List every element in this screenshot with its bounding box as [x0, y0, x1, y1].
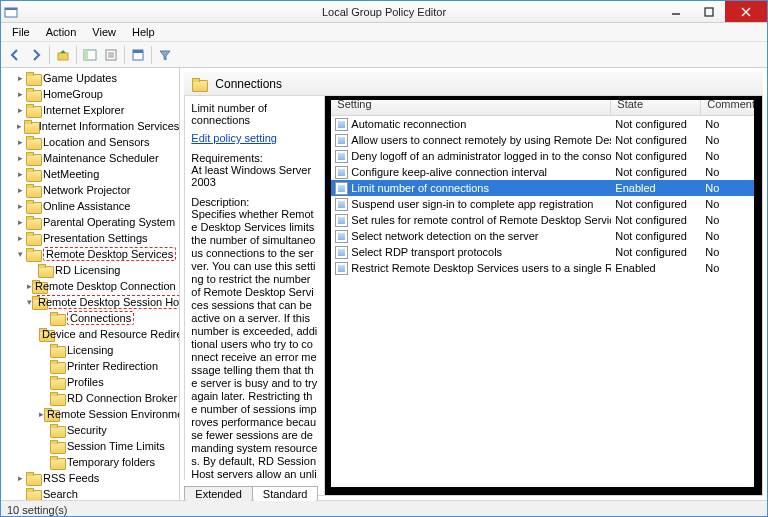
- content-header: Connections: [184, 72, 763, 96]
- folder-icon: [50, 440, 64, 452]
- tree-item[interactable]: ▸HomeGroup: [3, 86, 179, 102]
- setting-row[interactable]: Restrict Remote Desktop Services users t…: [331, 260, 762, 276]
- setting-state: Not configured: [615, 134, 687, 146]
- tree-item[interactable]: ▸Internet Information Services: [3, 118, 179, 134]
- list-header: Setting State Comment: [331, 96, 762, 116]
- forward-button[interactable]: [26, 45, 46, 65]
- tree-item[interactable]: ▾Remote Desktop Session Host: [3, 294, 179, 310]
- tree-item[interactable]: ▾Remote Desktop Services: [3, 246, 179, 262]
- tree-item-label: Maintenance Scheduler: [43, 152, 159, 164]
- tree-item[interactable]: ▸Remote Session Environment: [3, 406, 179, 422]
- tree-item[interactable]: ▸NetMeeting: [3, 166, 179, 182]
- policy-icon: [335, 166, 348, 179]
- expand-icon[interactable]: ▸: [15, 73, 26, 83]
- tree-item[interactable]: Search: [3, 486, 179, 500]
- maximize-button[interactable]: [692, 1, 725, 22]
- show-hide-tree-button[interactable]: [80, 45, 100, 65]
- close-button[interactable]: [725, 1, 767, 22]
- menu-view[interactable]: View: [85, 25, 123, 39]
- tree-item[interactable]: ▸Maintenance Scheduler: [3, 150, 179, 166]
- expand-icon[interactable]: ▸: [15, 105, 26, 115]
- tree-item-label: Search: [43, 488, 78, 500]
- expand-icon[interactable]: ▸: [15, 201, 26, 211]
- tree-item[interactable]: Connections: [3, 310, 179, 326]
- folder-icon: [26, 168, 40, 180]
- tree-item[interactable]: RD Connection Broker: [3, 390, 179, 406]
- back-button[interactable]: [5, 45, 25, 65]
- setting-comment: No: [705, 118, 719, 130]
- tab-standard[interactable]: Standard: [252, 486, 319, 501]
- setting-row[interactable]: Limit number of connectionsEnabledNo: [331, 180, 762, 196]
- expand-icon[interactable]: ▸: [15, 121, 24, 131]
- tree-item-label: Device and Resource Redirection: [42, 328, 180, 340]
- export-list-button[interactable]: [101, 45, 121, 65]
- collapse-icon[interactable]: ▾: [15, 249, 26, 259]
- toolbar: [1, 42, 767, 68]
- description-pane: Limit number of connections Edit policy …: [185, 96, 325, 495]
- setting-row[interactable]: Set rules for remote control of Remote D…: [331, 212, 762, 228]
- tree-item-label: Remote Desktop Session Host: [38, 296, 180, 308]
- setting-state: Not configured: [615, 198, 687, 210]
- tree-item-label: HomeGroup: [43, 88, 103, 100]
- list-body[interactable]: Automatic reconnectionNot configuredNoAl…: [331, 116, 762, 495]
- tree-item[interactable]: ▸Remote Desktop Connection Client: [3, 278, 179, 294]
- svg-rect-1: [5, 8, 17, 10]
- setting-row[interactable]: Allow users to connect remotely by using…: [331, 132, 762, 148]
- tree-item-label: Connections: [70, 312, 131, 324]
- setting-name: Set rules for remote control of Remote D…: [351, 214, 611, 226]
- expand-icon[interactable]: ▸: [15, 233, 26, 243]
- minimize-button[interactable]: [659, 1, 692, 22]
- expand-icon[interactable]: ▸: [15, 137, 26, 147]
- setting-row[interactable]: Suspend user sign-in to complete app reg…: [331, 196, 762, 212]
- expand-icon[interactable]: ▸: [15, 153, 26, 163]
- tree-item[interactable]: Temporary folders: [3, 454, 179, 470]
- col-comment[interactable]: Comment: [701, 96, 762, 115]
- setting-name: Automatic reconnection: [351, 118, 466, 130]
- view-tabs: Extended Standard: [180, 480, 317, 500]
- requirements-label: Requirements:: [191, 152, 318, 164]
- expand-icon[interactable]: ▸: [15, 89, 26, 99]
- tree-item-label: Session Time Limits: [67, 440, 165, 452]
- properties-button[interactable]: [128, 45, 148, 65]
- edit-policy-link[interactable]: Edit policy setting: [191, 132, 318, 144]
- col-setting[interactable]: Setting: [331, 96, 611, 115]
- filter-button[interactable]: [155, 45, 175, 65]
- description-text: Specifies whether Remote Desktop Service…: [191, 208, 318, 495]
- navigation-tree[interactable]: ▸Game Updates▸HomeGroup▸Internet Explore…: [1, 68, 180, 500]
- folder-icon: [26, 104, 40, 116]
- tree-item[interactable]: ▸Internet Explorer: [3, 102, 179, 118]
- tree-item[interactable]: Licensing: [3, 342, 179, 358]
- folder-icon: [50, 312, 64, 324]
- tree-item[interactable]: Session Time Limits: [3, 438, 179, 454]
- tree-item[interactable]: ▸Location and Sensors: [3, 134, 179, 150]
- setting-comment: No: [705, 134, 719, 146]
- tree-item[interactable]: ▸Presentation Settings: [3, 230, 179, 246]
- tree-item[interactable]: Security: [3, 422, 179, 438]
- setting-name: Select network detection on the server: [351, 230, 538, 242]
- tree-item[interactable]: ▸Network Projector: [3, 182, 179, 198]
- tab-extended[interactable]: Extended: [184, 486, 252, 501]
- tree-item[interactable]: Device and Resource Redirection: [3, 326, 179, 342]
- expand-icon[interactable]: ▸: [15, 169, 26, 179]
- menu-action[interactable]: Action: [39, 25, 84, 39]
- tree-item[interactable]: ▸Parental Operating System: [3, 214, 179, 230]
- expand-icon[interactable]: ▸: [15, 473, 26, 483]
- tree-item[interactable]: Profiles: [3, 374, 179, 390]
- folder-icon: [26, 472, 40, 484]
- tree-item[interactable]: ▸Game Updates: [3, 70, 179, 86]
- tree-item[interactable]: RD Licensing: [3, 262, 179, 278]
- setting-row[interactable]: Configure keep-alive connection interval…: [331, 164, 762, 180]
- tree-item[interactable]: Printer Redirection: [3, 358, 179, 374]
- tree-item[interactable]: ▸RSS Feeds: [3, 470, 179, 486]
- setting-row[interactable]: Select RDP transport protocolsNot config…: [331, 244, 762, 260]
- setting-row[interactable]: Select network detection on the serverNo…: [331, 228, 762, 244]
- up-button[interactable]: [53, 45, 73, 65]
- menu-file[interactable]: File: [5, 25, 37, 39]
- menu-help[interactable]: Help: [125, 25, 162, 39]
- setting-row[interactable]: Deny logoff of an administrator logged i…: [331, 148, 762, 164]
- expand-icon[interactable]: ▸: [15, 185, 26, 195]
- setting-row[interactable]: Automatic reconnectionNot configuredNo: [331, 116, 762, 132]
- expand-icon[interactable]: ▸: [15, 217, 26, 227]
- tree-item[interactable]: ▸Online Assistance: [3, 198, 179, 214]
- col-state[interactable]: State: [611, 96, 701, 115]
